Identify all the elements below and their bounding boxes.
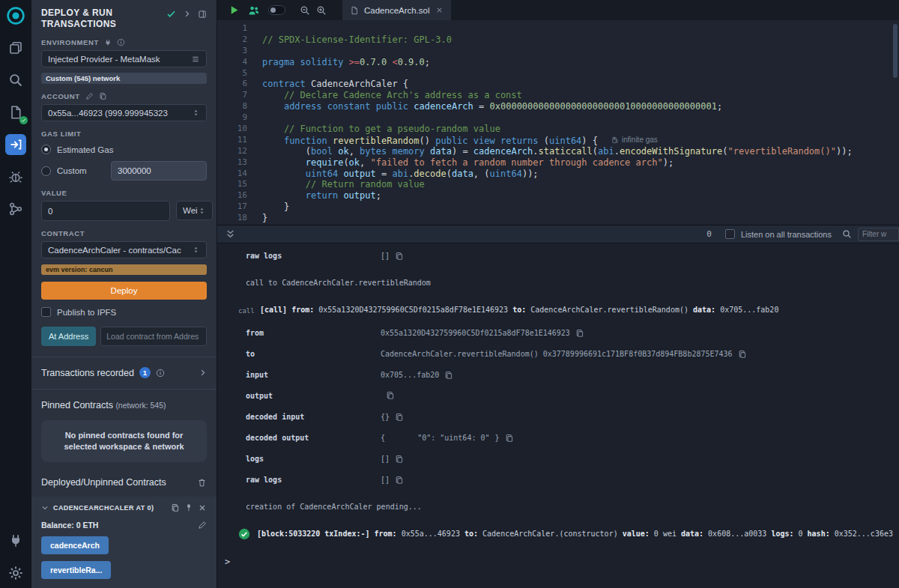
code-line[interactable]: 10 // Function to get a pseudo-random va… [217,124,899,135]
copy-icon[interactable] [395,252,404,261]
deploy-run-icon[interactable] [5,134,26,155]
code-line[interactable]: 14 uint64 output = abi.decode(data, (uin… [217,169,899,180]
tab-cadencearch-sol[interactable]: CadenceArch.sol [342,0,451,20]
close-icon[interactable] [198,503,207,512]
line-number[interactable]: 15 [217,179,247,190]
value-input[interactable] [41,201,170,221]
edit-icon[interactable] [85,92,94,100]
play-icon[interactable] [228,4,240,16]
function-button-cadencearch[interactable]: cadenceArch [41,536,109,554]
pin-icon[interactable] [184,503,193,512]
code-editor[interactable]: 12// SPDX-License-Identifier: GPL-3.034p… [217,20,899,225]
info-icon[interactable] [117,38,125,46]
environment-select[interactable]: Injected Provider - MetaMask [41,50,207,67]
line-number[interactable]: 4 [217,57,247,68]
line-number[interactable]: 12 [217,146,247,157]
terminal-filter-input[interactable] [858,228,899,241]
settings-icon[interactable] [5,563,26,584]
code-line[interactable]: 3 [217,46,899,57]
git-icon[interactable] [5,198,26,219]
editor-scrollbar[interactable] [893,24,898,78]
edit-icon[interactable] [198,521,207,530]
code-line[interactable]: 11 function revertibleRandom() public vi… [217,135,899,146]
account-select[interactable]: 0x55a...46923 (999.999945323 [41,104,207,121]
listen-all-checkbox[interactable] [725,229,735,239]
contract-select[interactable]: CadenceArchCaler - contracts/Cac [41,241,207,258]
copy-icon[interactable] [386,391,395,400]
transaction-summary[interactable]: [block:5033220 txIndex:-] from: 0x55a...… [217,518,899,547]
code-line[interactable]: 2// SPDX-License-Identifier: GPL-3.0 [217,34,899,46]
remix-logo[interactable] [5,5,26,26]
custom-gas-input[interactable] [111,161,207,181]
transactions-recorded-row[interactable]: Transactions recorded 1 [41,367,207,378]
at-address-button[interactable]: At Address [41,327,96,346]
people-icon[interactable] [248,4,260,16]
copy-icon[interactable] [171,503,180,512]
code-line[interactable]: 5 [217,68,899,79]
line-number[interactable]: 16 [217,190,247,201]
search-icon[interactable] [842,229,852,239]
search-icon[interactable] [5,70,26,91]
plug-icon[interactable] [104,39,112,46]
transaction-summary[interactable]: call[call] from: 0x55a1320D432759960C5Df… [217,294,899,323]
copy-icon[interactable] [505,434,514,443]
copy-icon[interactable] [444,371,453,380]
code-line[interactable]: 7 // Declare Cadence Arch's address as a… [217,90,899,101]
line-number[interactable]: 10 [217,124,247,135]
chevron-down-icon[interactable] [41,504,49,512]
value-unit-select[interactable]: Wei [176,201,213,220]
estimated-gas-radio[interactable] [41,145,51,154]
code-line[interactable]: 15 // Return random value [217,179,899,190]
line-number[interactable]: 14 [217,169,247,180]
info-icon[interactable] [156,369,165,378]
code-line[interactable]: 17 } [217,201,899,213]
line-number[interactable]: 11 [217,135,247,146]
line-number[interactable]: 13 [217,157,247,169]
zoom-in-icon[interactable] [316,5,327,16]
copy-icon[interactable] [395,413,404,422]
line-number[interactable]: 3 [217,46,247,57]
code-line[interactable]: 13 require(ok, "failed to fetch a random… [217,157,899,169]
function-button-revertiblerandom[interactable]: revertibleRa... [41,561,111,579]
code-line[interactable]: 8 address constant public cadenceArch = … [217,101,899,112]
custom-gas-radio[interactable] [41,166,51,176]
expand-chevron-icon[interactable] [183,10,191,18]
plugin-manager-icon[interactable] [5,530,26,551]
terminal-log[interactable]: raw logs[]call to CadenceArchCaler.rever… [217,243,899,588]
deploy-button[interactable]: Deploy [41,282,207,300]
zoom-out-icon[interactable] [300,5,310,16]
line-number[interactable]: 8 [217,101,247,112]
contract-instance-header[interactable]: CADENCEARCHCALER AT 0) [41,503,207,512]
copy-icon[interactable] [575,329,584,338]
line-number[interactable]: 5 [217,68,247,79]
code-line[interactable]: 6contract CadenceArchCaler { [217,79,899,90]
line-number[interactable]: 6 [217,79,247,90]
code-line[interactable]: 12 (bool ok, bytes memory data) = cadenc… [217,146,899,157]
copy-icon[interactable] [738,350,747,359]
code-line[interactable]: 18} [217,213,899,224]
popout-icon[interactable] [198,10,207,19]
tab-close-icon[interactable] [435,6,444,14]
code-line[interactable]: 4pragma solidity >=0.7.0 <0.9.0; [217,57,899,68]
code-line[interactable]: 9 [217,112,899,124]
file-explorer-icon[interactable] [5,37,26,58]
code-line[interactable]: 1 [217,23,899,34]
solidity-compiler-icon[interactable] [5,102,26,123]
line-number[interactable]: 2 [217,34,247,46]
copy-icon[interactable] [395,476,404,485]
chevron-right-icon[interactable] [199,369,207,377]
line-number[interactable]: 9 [217,112,247,124]
line-number[interactable]: 17 [217,201,247,213]
line-number[interactable]: 1 [217,23,247,34]
publish-ipfs-checkbox[interactable] [41,307,51,317]
debugger-icon[interactable] [5,166,26,187]
at-address-input[interactable] [100,327,207,346]
trash-icon[interactable] [197,478,207,488]
line-number[interactable]: 7 [217,90,247,101]
toggle-icon[interactable] [268,5,285,15]
collapse-terminal-icon[interactable] [225,228,236,240]
copy-icon[interactable] [395,455,404,464]
terminal-prompt[interactable]: > [217,547,899,567]
line-number[interactable]: 18 [217,213,247,224]
code-line[interactable]: 16 return output; [217,190,899,201]
